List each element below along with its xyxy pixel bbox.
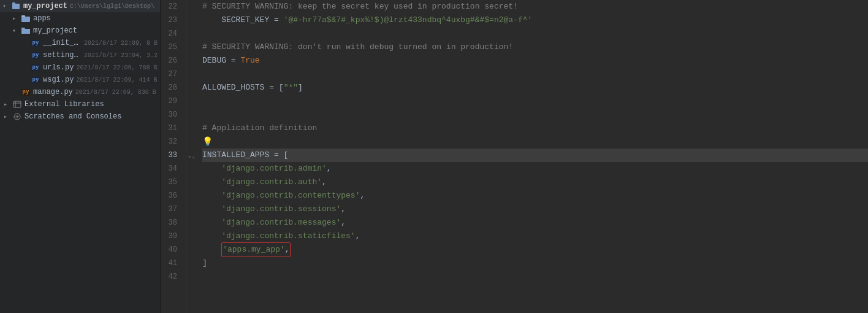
manage-py-icon: py <box>21 87 31 97</box>
svg-rect-5 <box>13 101 21 107</box>
code-line-27 <box>202 68 868 81</box>
red-highlight-apps-my-app: 'apps.my_app', <box>221 242 291 257</box>
code-line-29 <box>202 95 868 108</box>
project-path: C:\Users\lglgi\Desktop\ <box>70 3 154 10</box>
ln-39: 39 <box>161 230 181 243</box>
apps-label: apps <box>33 14 51 23</box>
wsgi-py-icon: py <box>31 75 40 85</box>
sidebar-item-my-project-folder[interactable]: my_project <box>0 25 160 37</box>
init-py-label: __init__.py <box>43 39 82 47</box>
manage-py-label: manage.py <box>33 88 73 96</box>
settings-py-label: settings.py <box>43 51 82 60</box>
code-area[interactable]: 22 23 24 25 26 27 28 29 30 31 32 33 34 3… <box>161 0 868 313</box>
code-line-40: 'apps.my_app', <box>202 243 868 257</box>
code-line-38: 'django.contrib.messages', <box>202 216 868 230</box>
ln-25: 25 <box>161 41 181 54</box>
ln-32: 32 <box>161 135 181 149</box>
ln-24: 24 <box>161 27 181 41</box>
ln-38: 38 <box>161 216 181 230</box>
ln-33: 33 <box>161 149 181 162</box>
code-line-31: # Application definition <box>202 122 868 135</box>
ln-36: 36 <box>161 189 181 203</box>
code-line-41: ] <box>202 257 868 270</box>
sidebar: my_project C:\Users\lglgi\Desktop\ apps … <box>0 0 161 313</box>
svg-marker-4 <box>21 28 30 34</box>
code-line-26: DEBUG = True <box>202 54 868 68</box>
sidebar-item-scratches[interactable]: Scratches and Consoles <box>0 110 160 123</box>
expand-arrow-root <box>2 2 11 10</box>
sidebar-item-settings-py[interactable]: py settings.py 2021/8/17 23:04, 3.2 <box>0 49 160 61</box>
code-line-42 <box>202 270 868 284</box>
svg-rect-1 <box>12 2 15 4</box>
fold-gutter: ▿ ▵ <box>186 0 197 313</box>
svg-rect-2 <box>21 17 30 22</box>
ln-40: 40 <box>161 243 181 257</box>
code-line-22: # SECURITY WARNING: keep the secret key … <box>202 0 868 14</box>
ln-30: 30 <box>161 108 181 122</box>
sidebar-item-root[interactable]: my_project C:\Users\lglgi\Desktop\ <box>0 0 160 12</box>
wsgi-py-label: wsgi.py <box>43 75 74 84</box>
ln-28: 28 <box>161 81 181 95</box>
project-icon <box>11 1 21 11</box>
code-line-30 <box>202 108 868 122</box>
ln-37: 37 <box>161 203 181 216</box>
ext-libs-icon <box>12 99 22 109</box>
code-line-39: 'django.contrib.staticfiles', <box>202 230 868 243</box>
urls-py-icon: py <box>31 63 40 72</box>
init-py-meta: 2021/8/17 22:09, 0 B <box>84 40 158 47</box>
expand-arrow-scratches <box>4 113 12 120</box>
expand-arrow-apps <box>12 15 21 22</box>
settings-py-meta: 2021/8/17 23:04, 3.2 <box>84 52 158 59</box>
sidebar-item-wsgi-py[interactable]: py wsgi.py 2021/8/17 22:09, 414 B <box>0 74 160 86</box>
code-line-24 <box>202 27 868 41</box>
wsgi-py-meta: 2021/8/17 22:09, 414 B <box>76 77 157 83</box>
folder-icon <box>21 14 31 23</box>
sidebar-item-init-py[interactable]: py __init__.py 2021/8/17 22:09, 0 B <box>0 37 160 49</box>
code-line-23: SECRET_KEY = '@#-hr77a$&7#_kpx%!$)@lrzt4… <box>202 14 868 27</box>
code-line-37: 'django.contrib.sessions', <box>202 203 868 216</box>
ln-27: 27 <box>161 68 181 81</box>
ext-libs-label: External Libraries <box>25 100 104 109</box>
line-numbers: 22 23 24 25 26 27 28 29 30 31 32 33 34 3… <box>161 0 186 313</box>
code-line-32: 💡 <box>202 135 868 149</box>
code-line-35: 'django.contrib.auth', <box>202 176 868 189</box>
bulb-icon: 💡 <box>202 135 213 149</box>
expand-arrow-my-project <box>12 27 21 34</box>
ln-35: 35 <box>161 176 181 189</box>
scratches-icon <box>12 112 22 122</box>
fold-marker-33[interactable]: ▿ <box>188 150 192 163</box>
ln-22: 22 <box>161 0 181 14</box>
ln-41: 41 <box>161 257 181 270</box>
ln-29: 29 <box>161 95 181 108</box>
ln-31: 31 <box>161 122 181 135</box>
code-line-28: ALLOWED_HOSTS = ["*"] <box>202 81 868 95</box>
code-line-34: 'django.contrib.admin', <box>202 162 868 176</box>
code-text-22: # SECURITY WARNING: keep the secret key … <box>202 0 518 14</box>
scratches-label: Scratches and Consoles <box>25 112 121 121</box>
code-line-36: 'django.contrib.contenttypes', <box>202 189 868 203</box>
ln-34: 34 <box>161 162 181 176</box>
urls-py-label: urls.py <box>43 63 74 72</box>
code-content[interactable]: # SECURITY WARNING: keep the secret key … <box>197 0 868 313</box>
ln-26: 26 <box>161 54 181 68</box>
fold-marker-41[interactable]: ▵ <box>192 150 196 163</box>
expand-arrow-ext-libs <box>4 101 12 108</box>
sidebar-item-manage-py[interactable]: py manage.py 2021/8/17 22:09, 830 B <box>0 86 160 98</box>
ln-42: 42 <box>161 270 181 284</box>
folder-open-icon <box>21 26 31 36</box>
editor: 22 23 24 25 26 27 28 29 30 31 32 33 34 3… <box>161 0 868 313</box>
sidebar-item-apps[interactable]: apps <box>0 12 160 25</box>
code-line-33: INSTALLED_APPS = [ <box>202 149 868 162</box>
manage-py-meta: 2021/8/17 22:09, 830 B <box>75 89 156 96</box>
code-line-25: # SECURITY WARNING: don't run with debug… <box>202 41 868 54</box>
urls-py-meta: 2021/8/17 22:09, 788 B <box>76 64 157 71</box>
project-name: my_project <box>23 2 67 10</box>
svg-rect-3 <box>21 15 25 17</box>
my-project-folder-label: my_project <box>33 26 77 35</box>
settings-py-icon: py <box>31 50 40 60</box>
svg-rect-0 <box>12 4 20 9</box>
sidebar-item-urls-py[interactable]: py urls.py 2021/8/17 22:09, 788 B <box>0 61 160 74</box>
sidebar-item-external-libs[interactable]: External Libraries <box>0 98 160 110</box>
ln-23: 23 <box>161 14 181 27</box>
py-file-icon: py <box>31 38 40 48</box>
